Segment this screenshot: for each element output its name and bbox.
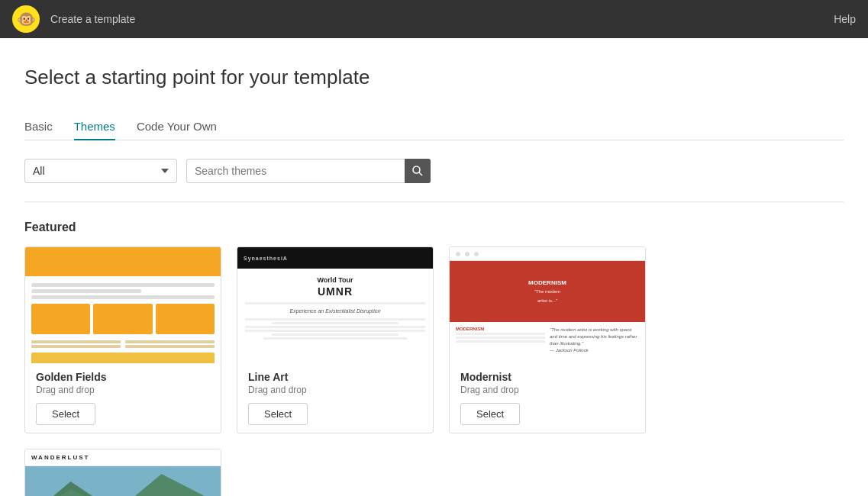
select-button-line-art[interactable]: Select [248,403,308,425]
card-info-modernist: Modernist Drag and drop Select [450,363,645,433]
page-title: Select a starting point for your templat… [24,66,844,89]
mountain-svg [25,466,221,496]
featured-section: Featured [24,221,844,496]
search-input[interactable] [186,159,431,183]
tab-bar: Basic Themes Code Your Own [24,114,844,140]
template-preview-line-art: SynaesthesiA World Tour UMNR Experience … [237,247,433,363]
template-card-line-art[interactable]: SynaesthesiA World Tour UMNR Experience … [237,246,434,433]
header: 🐵 Create a template Help [0,0,868,38]
preview-golden [25,247,221,363]
card-name-line-art: Line Art [248,371,422,383]
filter-row: All Featured Alerts Newsletter Promotion… [24,159,844,183]
main-content: Select a starting point for your templat… [0,38,868,496]
template-card-wanderlust[interactable]: WANDERLUST SECLUDED BEACHES [24,449,221,496]
mailchimp-logo: 🐵 [12,5,40,33]
search-button[interactable] [405,159,431,183]
search-icon [412,166,423,176]
svg-point-0 [413,166,420,173]
select-button-golden-fields[interactable]: Select [36,403,95,425]
search-wrapper [186,159,431,183]
card-name-golden-fields: Golden Fields [36,371,210,383]
help-link[interactable]: Help [834,13,856,25]
card-info-line-art: Line Art Drag and drop Select [237,363,433,433]
template-card-modernist[interactable]: MODERNISM"The modernartist is..." MODERN… [449,246,646,433]
header-left: 🐵 Create a template [12,5,135,33]
featured-grid: Golden Fields Drag and drop Select Synae… [24,246,844,496]
preview-modernist: MODERNISM"The modernartist is..." MODERN… [450,247,645,363]
category-dropdown[interactable]: All Featured Alerts Newsletter Promotion… [24,159,177,183]
preview-lineart: SynaesthesiA World Tour UMNR Experience … [237,247,433,363]
preview-wanderlust: WANDERLUST SECLUDED BEACHES [25,449,221,496]
template-card-golden-fields[interactable]: Golden Fields Drag and drop Select [24,246,221,433]
select-button-modernist[interactable]: Select [460,403,520,425]
card-type-golden-fields: Drag and drop [36,385,210,395]
card-name-modernist: Modernist [460,371,634,383]
template-preview-golden-fields [25,247,221,363]
tab-basic[interactable]: Basic [24,114,53,140]
card-type-modernist: Drag and drop [460,385,634,395]
tab-code-your-own[interactable]: Code Your Own [137,114,217,140]
card-type-line-art: Drag and drop [248,385,422,395]
header-title: Create a template [50,13,135,25]
divider [24,201,844,202]
svg-line-1 [419,172,422,176]
card-info-golden-fields: Golden Fields Drag and drop Select [25,363,221,433]
template-preview-modernist: MODERNISM"The modernartist is..." MODERN… [450,247,645,363]
tab-themes[interactable]: Themes [74,114,115,140]
template-preview-wanderlust: WANDERLUST SECLUDED BEACHES [25,449,221,496]
featured-section-title: Featured [24,221,844,234]
